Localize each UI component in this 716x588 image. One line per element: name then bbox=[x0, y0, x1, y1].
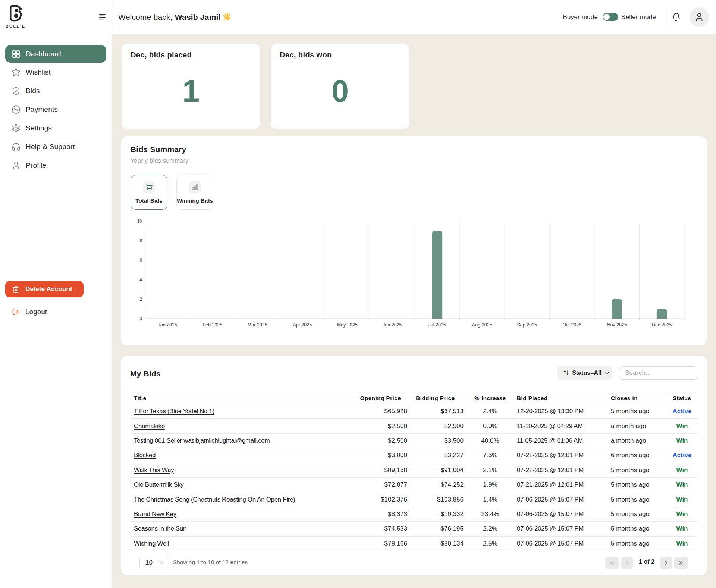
svg-text:Mar 2025: Mar 2025 bbox=[248, 322, 267, 328]
svg-text:6: 6 bbox=[139, 257, 142, 263]
svg-text:Sep 2025: Sep 2025 bbox=[517, 322, 537, 328]
svg-text:Jan 2025: Jan 2025 bbox=[158, 322, 177, 328]
svg-text:Dec 2025: Dec 2025 bbox=[652, 322, 672, 328]
svg-text:Nov 2025: Nov 2025 bbox=[607, 322, 627, 328]
svg-text:Aug 2025: Aug 2025 bbox=[472, 322, 492, 328]
svg-text:2: 2 bbox=[139, 297, 142, 302]
svg-text:4: 4 bbox=[139, 277, 142, 282]
svg-text:Apr 2025: Apr 2025 bbox=[293, 322, 312, 328]
svg-text:Oct 2025: Oct 2025 bbox=[562, 322, 581, 328]
svg-text:Jul 2025: Jul 2025 bbox=[428, 322, 446, 328]
svg-text:Jun 2025: Jun 2025 bbox=[383, 322, 402, 328]
svg-text:May 2025: May 2025 bbox=[337, 322, 358, 328]
svg-text:Feb 2025: Feb 2025 bbox=[202, 322, 222, 328]
svg-text:0: 0 bbox=[139, 316, 142, 321]
svg-text:8: 8 bbox=[139, 238, 142, 243]
svg-text:10: 10 bbox=[137, 219, 142, 224]
